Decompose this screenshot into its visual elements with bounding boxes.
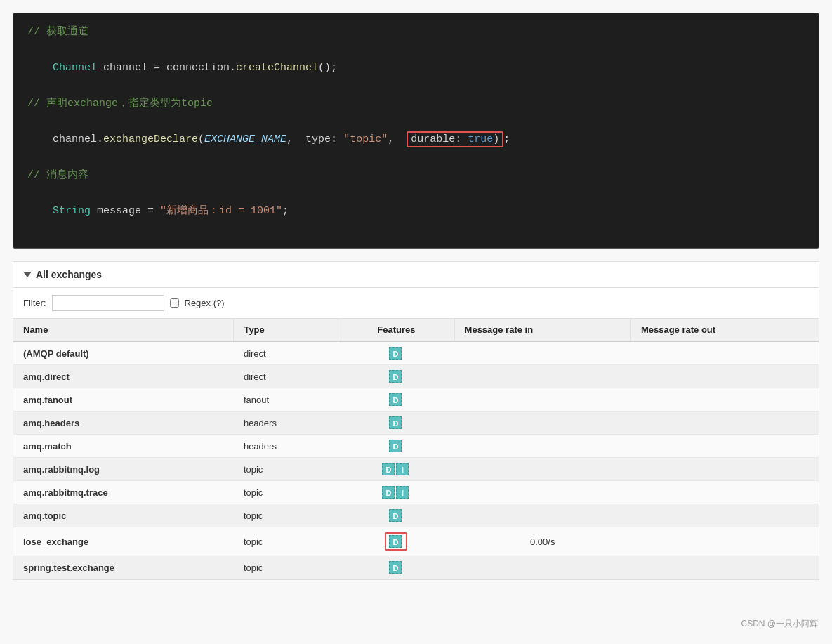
- code-type: Channel: [53, 62, 103, 74]
- filter-label: Filter:: [23, 298, 46, 308]
- code-true-value: true: [468, 133, 493, 145]
- exchange-type: topic: [234, 458, 338, 481]
- table-row: spring.test.exchangetopicD: [13, 556, 819, 579]
- code-paren: ();: [318, 62, 337, 74]
- exchange-table: Name Type Features Message rate in Messa…: [13, 319, 819, 579]
- rate-out: [630, 435, 819, 458]
- code-line-2: channel.exchangeDeclare(EXCHANGE_NAME, t…: [27, 113, 805, 167]
- code-comment-2: // 声明exchange，指定类型为topic: [27, 95, 805, 113]
- exchange-type: topic: [234, 504, 338, 527]
- exchange-type: fanout: [234, 388, 338, 412]
- rate-out: [630, 527, 819, 556]
- rate-out: [630, 481, 819, 504]
- rate-in: [454, 556, 630, 579]
- code-close-paren: ): [493, 133, 499, 145]
- rate-in: [454, 388, 630, 412]
- col-features: Features: [338, 319, 454, 341]
- code-comma: , type:: [286, 133, 343, 145]
- exchange-name[interactable]: amq.match: [13, 435, 234, 458]
- table-row: amq.rabbitmq.logtopicDI: [13, 458, 819, 481]
- col-type: Type: [234, 319, 338, 341]
- col-name: Name: [13, 319, 234, 341]
- exchange-type: topic: [234, 481, 338, 504]
- feature-badge: D: [389, 393, 402, 406]
- filter-input[interactable]: [52, 295, 164, 311]
- watermark: CSDN @一只小阿辉: [741, 618, 818, 630]
- code-semicolon: ;: [503, 133, 510, 145]
- feature-badge: I: [396, 463, 409, 475]
- exchange-features: D: [338, 341, 454, 365]
- rate-in: [454, 504, 630, 527]
- code-comment-1: // 获取通道: [27, 23, 805, 41]
- exchange-type: topic: [234, 527, 338, 556]
- exchange-name[interactable]: amq.rabbitmq.log: [13, 458, 234, 481]
- exchange-name[interactable]: amq.rabbitmq.trace: [13, 481, 234, 504]
- exchange-name[interactable]: spring.test.exchange: [13, 556, 234, 579]
- exchange-name[interactable]: amq.topic: [13, 504, 234, 527]
- code-topic-string: "topic": [343, 133, 388, 145]
- code-line-1: Channel channel = connection.createChann…: [27, 41, 805, 96]
- rate-in: 0.00/s: [454, 527, 630, 556]
- exchange-features: D: [338, 412, 454, 435]
- table-row: amq.topictopicD: [13, 504, 819, 527]
- rate-in: [454, 412, 630, 435]
- code-channel: channel.: [53, 133, 103, 145]
- exchange-name[interactable]: amq.headers: [13, 412, 234, 435]
- exchange-type: headers: [234, 435, 338, 458]
- code-method: createChannel: [236, 62, 318, 74]
- exchange-features: DI: [338, 458, 454, 481]
- rate-out: [630, 412, 819, 435]
- management-section: All exchanges Filter: Regex (?) Name Typ…: [13, 261, 819, 580]
- rate-in: [454, 481, 630, 504]
- collapse-icon[interactable]: [23, 272, 32, 277]
- exchange-name[interactable]: (AMQP default): [13, 341, 234, 365]
- feature-badge: I: [396, 486, 409, 499]
- table-row: lose_exchangetopicD0.00/s: [13, 527, 819, 556]
- code-message-value: "新增商品：id = 1001": [160, 205, 282, 217]
- code-durable-highlight: durable: true): [407, 131, 503, 147]
- feature-badge: D: [382, 486, 395, 499]
- exchange-features: D: [338, 365, 454, 388]
- table-row: amq.directdirectD: [13, 365, 819, 388]
- rate-in: [454, 435, 630, 458]
- exchange-name[interactable]: amq.direct: [13, 365, 234, 388]
- code-paren2: (: [198, 133, 204, 145]
- filter-bar: Filter: Regex (?): [13, 288, 819, 319]
- exchange-type: direct: [234, 365, 338, 388]
- exchange-type: direct: [234, 341, 338, 365]
- table-header-row: Name Type Features Message rate in Messa…: [13, 319, 819, 341]
- code-string-type: String: [53, 205, 97, 217]
- feature-badge: D: [389, 535, 402, 548]
- all-exchanges-header: All exchanges: [13, 262, 819, 288]
- feature-badge: D: [382, 463, 395, 475]
- exchange-features: D: [338, 556, 454, 579]
- code-comment-3: // 消息内容: [27, 166, 805, 185]
- rate-in: [454, 341, 630, 365]
- exchange-features: D: [338, 527, 454, 556]
- exchange-features: D: [338, 504, 454, 527]
- exchange-type: headers: [234, 412, 338, 435]
- exchange-type: topic: [234, 556, 338, 579]
- all-exchanges-label: All exchanges: [36, 269, 102, 280]
- table-row: amq.rabbitmq.tracetopicDI: [13, 481, 819, 504]
- code-white: channel = connection.: [103, 62, 236, 74]
- table-row: (AMQP default)directD: [13, 341, 819, 365]
- rate-in: [454, 458, 630, 481]
- code-semi2: ;: [282, 205, 289, 217]
- code-block: // 获取通道 Channel channel = connection.cre…: [13, 13, 819, 249]
- code-line-3: String message = "新增商品：id = 1001";: [27, 185, 805, 239]
- rate-out: [630, 388, 819, 412]
- exchange-features: DI: [338, 481, 454, 504]
- features-highlight-box: D: [385, 532, 407, 551]
- rate-out: [630, 365, 819, 388]
- code-comma2: ,: [388, 133, 407, 145]
- col-rate-in: Message rate in: [454, 319, 630, 341]
- exchange-name[interactable]: amq.fanout: [13, 388, 234, 412]
- feature-badge: D: [389, 440, 402, 452]
- exchange-features: D: [338, 388, 454, 412]
- exchange-name[interactable]: lose_exchange: [13, 527, 234, 556]
- feature-badge: D: [389, 370, 402, 383]
- table-row: amq.fanoutfanoutD: [13, 388, 819, 412]
- regex-checkbox[interactable]: [170, 298, 179, 308]
- code-declare-method: exchangeDeclare: [103, 133, 198, 145]
